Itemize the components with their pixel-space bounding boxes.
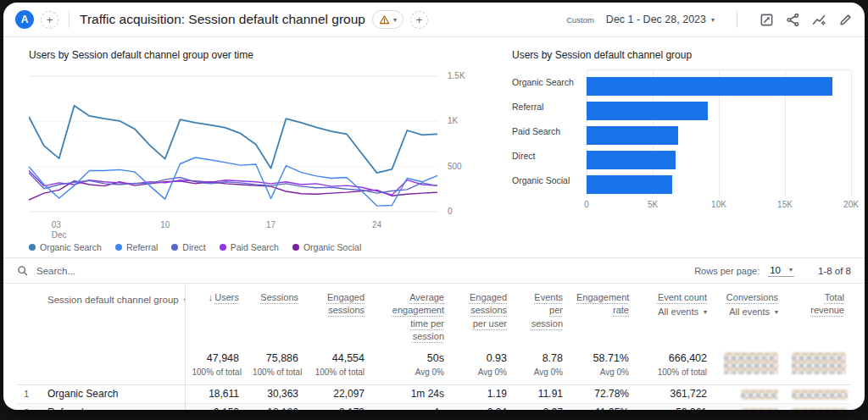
legend-dot xyxy=(115,244,122,251)
dimension-header-label: Session default channel group xyxy=(47,293,179,307)
totals-value: 47,948 xyxy=(192,352,240,364)
chevron-down-icon: ▾ xyxy=(393,16,397,24)
dimension-header[interactable]: Session default channel group ▾ + xyxy=(41,284,185,344)
legend-label: Paid Search xyxy=(231,242,279,252)
totals-cell: 0.93Avg 0% xyxy=(451,344,514,385)
x-tick-label: 15K xyxy=(777,200,793,209)
add-comparison-button[interactable]: + xyxy=(41,11,58,29)
table-cell: 0.24 xyxy=(451,403,514,410)
table-row[interactable]: 1Organic Search18,61130,36322,0971m 24s1… xyxy=(17,384,851,403)
rows-per-page-value: 10 xyxy=(770,265,781,275)
date-range-value: Dec 1 - Dec 28, 2023 xyxy=(606,14,706,25)
totals-value: 0.93 xyxy=(458,352,507,364)
x-tick-label: 24 xyxy=(372,220,381,230)
table-cell: 1m 24s xyxy=(371,384,451,403)
bar-row xyxy=(587,147,851,172)
bar[interactable] xyxy=(587,102,708,120)
bar-chart-plot[interactable] xyxy=(587,69,851,196)
metric-filter-value: All events xyxy=(658,306,698,318)
rows-per-page-select[interactable]: 10 ▾ xyxy=(768,265,794,277)
table-cell: 53,961 xyxy=(636,403,714,410)
data-warning-chip[interactable]: ▾ xyxy=(372,10,403,29)
column-header-conversions[interactable]: ConversionsAll events▾ xyxy=(714,284,785,344)
legend-item[interactable]: Paid Search xyxy=(220,242,279,252)
redacted-value xyxy=(792,408,848,410)
account-avatar[interactable]: A xyxy=(15,10,34,29)
table-cell: 361,722 xyxy=(636,384,714,403)
bar[interactable] xyxy=(587,151,676,169)
table-cell xyxy=(714,384,785,403)
metric-filter-select[interactable]: All events▾ xyxy=(721,306,778,318)
pagination-range: 1-8 of 8 xyxy=(818,266,851,276)
line-chart[interactable]: 05001K1.5K xyxy=(29,69,478,220)
column-header-label: Sessions xyxy=(260,292,298,302)
column-header-average-engagement-time-per-session[interactable]: Average engagement time per session xyxy=(371,284,451,344)
bar[interactable] xyxy=(587,126,678,145)
channel-name: Referral xyxy=(41,403,185,410)
totals-cell: 75,886100% of total xyxy=(246,344,305,385)
chevron-down-icon: ▾ xyxy=(775,307,778,317)
totals-sublabel: Avg 0% xyxy=(520,368,563,377)
totals-sublabel: Avg 0% xyxy=(576,368,629,377)
legend-item[interactable]: Direct xyxy=(171,242,205,252)
header-divider xyxy=(69,11,70,28)
bar[interactable] xyxy=(587,77,832,96)
row-number: 2 xyxy=(17,403,41,410)
table-cell: 30,363 xyxy=(246,384,305,403)
edit-icon[interactable] xyxy=(838,13,853,27)
legend-dot xyxy=(29,244,36,251)
column-header-event-count[interactable]: Event countAll events▾ xyxy=(636,284,714,344)
column-header-engaged-sessions-per-user[interactable]: Engaged sessions per user xyxy=(451,284,514,344)
gridline xyxy=(851,70,852,196)
legend-label: Referral xyxy=(126,242,158,252)
date-range-picker[interactable]: Dec 1 - Dec 28, 2023 ▾ xyxy=(606,14,715,25)
redacted-value xyxy=(792,390,848,400)
bar-chart-category-labels: Organic SearchReferralPaid SearchDirectO… xyxy=(512,69,587,213)
x-tick-label: 0 xyxy=(584,200,589,209)
column-header-label: Engaged sessions per user xyxy=(470,292,507,329)
bar[interactable] xyxy=(587,175,672,194)
legend-label: Organic Search xyxy=(40,242,102,252)
share-icon[interactable] xyxy=(786,13,800,27)
redacted-value xyxy=(792,352,846,374)
totals-value: 50s xyxy=(378,352,444,364)
metric-filter-value: All events xyxy=(729,306,770,318)
bar-row xyxy=(587,98,851,123)
totals-dimension xyxy=(41,344,185,385)
legend-item[interactable]: Organic Search xyxy=(29,242,102,252)
insights-icon[interactable] xyxy=(812,13,826,27)
totals-row: 47,948100% of total75,886100% of total44… xyxy=(17,344,851,385)
x-tick-label: 10K xyxy=(711,200,726,209)
legend-dot xyxy=(220,244,226,251)
table-cell: 11.95% xyxy=(570,403,636,410)
column-header-users[interactable]: ↓Users xyxy=(185,284,246,344)
edit-chart-icon[interactable] xyxy=(760,13,774,27)
totals-value: 44,554 xyxy=(312,352,364,364)
search-input[interactable] xyxy=(35,265,292,277)
column-header-engaged-sessions[interactable]: Engaged sessions xyxy=(305,284,371,344)
legend-item[interactable]: Organic Social xyxy=(292,242,361,252)
bar-category-label: Referral xyxy=(512,94,587,119)
table-header-row: Session default channel group ▾ + ↓Users… xyxy=(17,284,851,344)
table-cell: 72.78% xyxy=(570,384,636,403)
column-header-total-revenue[interactable]: Total revenue xyxy=(785,284,851,344)
column-header-events-per-session[interactable]: Events per session xyxy=(514,284,570,344)
add-tab-button[interactable]: + xyxy=(410,11,428,29)
plus-icon: + xyxy=(416,14,423,25)
totals-cell xyxy=(785,344,851,385)
column-header-engagement-rate[interactable]: Engagement rate xyxy=(570,284,636,344)
table-row[interactable]: 2Referral9,15218,1862,1734s0.242.9711.95… xyxy=(17,403,851,410)
bar-row xyxy=(587,172,851,196)
bar-row xyxy=(587,74,851,98)
line-chart-x-axis: 03Dec101724 xyxy=(29,220,437,240)
totals-cell: 8.78Avg 0% xyxy=(514,344,570,385)
bar-row xyxy=(587,123,851,147)
totals-sublabel: Avg 0% xyxy=(458,368,507,377)
table-cell xyxy=(785,384,851,403)
header-divider xyxy=(737,11,737,28)
column-header-sessions[interactable]: Sessions xyxy=(246,284,305,344)
metric-filter-select[interactable]: All events▾ xyxy=(643,306,707,318)
table-cell: 9,152 xyxy=(185,403,246,410)
legend-item[interactable]: Referral xyxy=(115,242,158,252)
table-cell xyxy=(714,403,785,410)
